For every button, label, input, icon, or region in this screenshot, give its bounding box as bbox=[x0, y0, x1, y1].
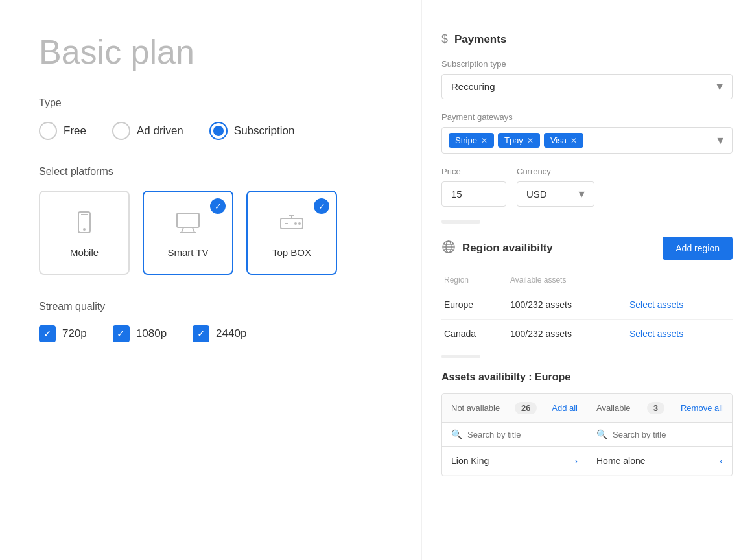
payment-gateways-label: Payment gateways bbox=[441, 112, 733, 122]
remove-all-button[interactable]: Remove all bbox=[681, 403, 723, 413]
region-row-canada: Canada 100/232 assets Select assets bbox=[441, 320, 733, 349]
platform-tv-name: Smart TV bbox=[167, 247, 208, 258]
available-search-input[interactable] bbox=[613, 430, 723, 439]
quality-1080p[interactable]: ✓ 1080p bbox=[113, 325, 167, 342]
asset-item-lion-king[interactable]: Lion King › bbox=[442, 447, 587, 476]
gateway-tag-tpay[interactable]: Tpay ✕ bbox=[498, 133, 540, 148]
svg-point-9 bbox=[294, 222, 297, 225]
assets-col-header: Available assets bbox=[508, 270, 627, 290]
gateway-visa-remove[interactable]: ✕ bbox=[570, 136, 577, 145]
region-canada-assets: 100/232 assets bbox=[508, 320, 627, 349]
type-section: Type Free Ad driven Subscription bbox=[39, 97, 382, 140]
globe-icon bbox=[441, 240, 456, 257]
quality-720p[interactable]: ✓ 720p bbox=[39, 325, 87, 342]
mobile-icon bbox=[70, 208, 99, 239]
payment-gateways-wrapper[interactable]: Stripe ✕ Tpay ✕ Visa ✕ ▼ bbox=[441, 127, 733, 154]
select-assets-canada[interactable]: Select assets bbox=[629, 329, 683, 339]
add-region-button[interactable]: Add region bbox=[663, 237, 733, 260]
platform-cards: Mobile ✓ Smart TV bbox=[39, 191, 382, 275]
radio-free[interactable]: Free bbox=[39, 122, 86, 140]
not-available-col: Not available 26 Add all 🔍 Lion King › bbox=[442, 394, 587, 476]
right-panel: $ Payments Subscription type Reccuring ▼… bbox=[421, 0, 752, 560]
search-icon-left: 🔍 bbox=[451, 429, 462, 439]
radio-subscription[interactable]: Subscription bbox=[209, 122, 295, 140]
tv-icon bbox=[174, 208, 202, 239]
gateway-tpay-remove[interactable]: ✕ bbox=[527, 136, 534, 145]
radio-ad-driven[interactable]: Ad driven bbox=[112, 122, 183, 140]
subscription-type-select[interactable]: Reccuring bbox=[441, 74, 733, 99]
add-all-button[interactable]: Add all bbox=[552, 403, 578, 413]
svg-rect-3 bbox=[177, 213, 199, 228]
select-assets-europe[interactable]: Select assets bbox=[629, 299, 683, 310]
gateway-stripe-remove[interactable]: ✕ bbox=[481, 136, 488, 145]
payments-header: $ Payments bbox=[441, 32, 733, 46]
type-radio-group: Free Ad driven Subscription bbox=[39, 122, 382, 140]
not-available-label: Not available bbox=[451, 403, 500, 413]
assets-title: Assets availibilty : Europe bbox=[441, 371, 733, 383]
currency-field-wrap: Currency USD EUR GBP ▼ bbox=[517, 167, 594, 207]
available-header: Available 3 Remove all bbox=[587, 394, 732, 423]
not-available-search-input[interactable] bbox=[467, 430, 578, 439]
asset-home-alone-chevron: ‹ bbox=[720, 456, 723, 466]
radio-outer-free bbox=[39, 122, 57, 140]
not-available-count: 26 bbox=[515, 402, 537, 414]
price-currency-row: Price Currency USD EUR GBP ▼ bbox=[441, 167, 733, 207]
assets-columns: Not available 26 Add all 🔍 Lion King › bbox=[441, 393, 733, 476]
currency-select-wrapper: USD EUR GBP ▼ bbox=[517, 181, 594, 207]
gateway-arrow: ▼ bbox=[715, 135, 725, 146]
platform-top-box[interactable]: ✓ Top BOX bbox=[246, 191, 337, 275]
platform-box-name: Top BOX bbox=[272, 247, 311, 258]
svg-point-1 bbox=[83, 228, 86, 231]
checkbox-2440p: ✓ bbox=[193, 325, 209, 342]
radio-label-subscription: Subscription bbox=[234, 124, 295, 137]
gateway-tag-visa[interactable]: Visa ✕ bbox=[544, 133, 583, 148]
checkbox-1080p: ✓ bbox=[113, 325, 130, 342]
asset-home-alone-label: Home alone bbox=[596, 456, 646, 466]
radio-outer-subscription bbox=[209, 122, 228, 140]
quality-label: Stream quality bbox=[39, 301, 382, 312]
page-title: Basic plan bbox=[39, 32, 382, 71]
quality-group: ✓ 720p ✓ 1080p ✓ 2440p bbox=[39, 325, 382, 342]
region-europe-name: Europe bbox=[441, 290, 508, 320]
actions-col-header bbox=[627, 270, 733, 290]
quality-label-2440p: 2440p bbox=[216, 327, 246, 340]
region-row-europe: Europe 100/232 assets Select assets bbox=[441, 290, 733, 320]
payments-title: Payments bbox=[454, 33, 506, 46]
gateway-tag-stripe[interactable]: Stripe ✕ bbox=[449, 133, 494, 148]
divider-2 bbox=[441, 355, 480, 358]
currency-select[interactable]: USD EUR GBP bbox=[517, 181, 594, 207]
quality-2440p[interactable]: ✓ 2440p bbox=[193, 325, 246, 342]
radio-outer-ad bbox=[112, 122, 130, 140]
platform-smart-tv[interactable]: ✓ Smart TV bbox=[143, 191, 233, 275]
top-box-check: ✓ bbox=[314, 198, 329, 214]
platform-mobile-name: Mobile bbox=[70, 247, 99, 258]
svg-line-5 bbox=[193, 228, 194, 233]
dollar-icon: $ bbox=[441, 32, 448, 46]
quality-section: Stream quality ✓ 720p ✓ 1080p ✓ 2440p bbox=[39, 301, 382, 342]
platforms-label: Select platforms bbox=[39, 166, 382, 178]
asset-lion-king-chevron: › bbox=[574, 456, 578, 466]
available-col: Available 3 Remove all 🔍 Home alone ‹ bbox=[587, 394, 732, 476]
left-panel: Basic plan Type Free Ad driven bbox=[0, 0, 421, 560]
not-available-search: 🔍 bbox=[442, 423, 587, 447]
region-title: Region availibilty bbox=[462, 242, 553, 255]
quality-label-1080p: 1080p bbox=[136, 327, 167, 340]
platform-mobile[interactable]: Mobile bbox=[39, 191, 130, 275]
gateway-stripe-label: Stripe bbox=[455, 135, 477, 145]
quality-label-720p: 720p bbox=[62, 327, 87, 340]
checkbox-720p: ✓ bbox=[39, 325, 56, 342]
price-field-wrap: Price bbox=[441, 167, 506, 207]
region-table: Region Available assets Europe 100/232 a… bbox=[441, 270, 733, 348]
region-header: Region availibilty Add region bbox=[441, 237, 733, 260]
price-input[interactable] bbox=[441, 181, 506, 207]
type-label: Type bbox=[39, 97, 382, 109]
region-canada-name: Canada bbox=[441, 320, 508, 349]
asset-lion-king-label: Lion King bbox=[451, 456, 489, 466]
region-col-header: Region bbox=[441, 270, 508, 290]
assets-section: Assets availibilty : Europe Not availabl… bbox=[441, 371, 733, 476]
subscription-type-wrapper: Reccuring ▼ bbox=[441, 74, 733, 99]
svg-point-10 bbox=[298, 222, 301, 225]
asset-item-home-alone[interactable]: Home alone ‹ bbox=[587, 447, 732, 476]
svg-line-4 bbox=[182, 228, 183, 233]
available-count: 3 bbox=[647, 402, 664, 414]
